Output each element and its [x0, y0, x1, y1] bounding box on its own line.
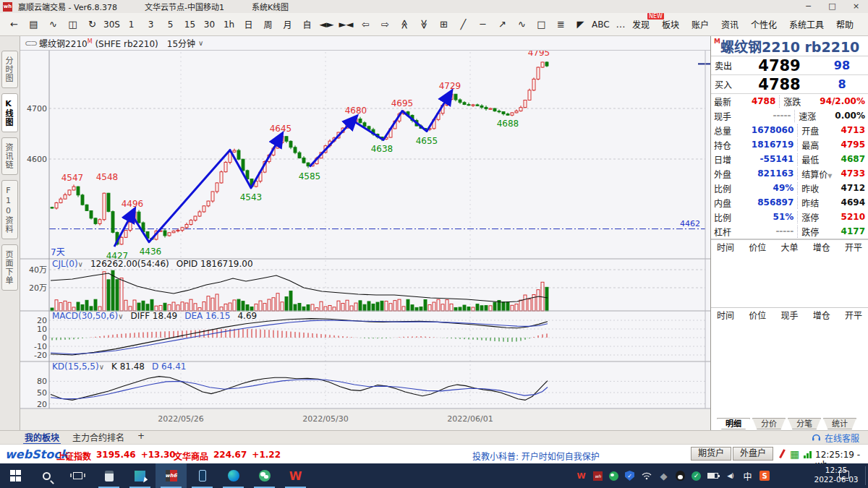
- polyline-tool-icon[interactable]: ∿: [512, 16, 532, 33]
- kd-dropdown-icon[interactable]: ∨: [99, 363, 104, 371]
- back-icon[interactable]: ←: [4, 16, 24, 33]
- show-desktop-button[interactable]: [865, 466, 868, 485]
- kd-indicator-name[interactable]: KD(15,5,5): [52, 361, 99, 372]
- quote-list-icon[interactable]: ▤: [24, 16, 43, 33]
- timeline-chart-icon[interactable]: ∿: [43, 16, 63, 33]
- expand-bars-icon[interactable]: ►◄: [336, 16, 356, 33]
- more-tools-icon[interactable]: …: [611, 16, 631, 33]
- close-button[interactable]: ×: [844, 0, 868, 13]
- arrow-line-tool-icon[interactable]: ↗: [493, 16, 512, 33]
- wechat-app[interactable]: [249, 463, 280, 488]
- panel-layout-icon[interactable]: ⊞: [434, 16, 454, 33]
- period-30s-button[interactable]: 30S: [102, 16, 122, 33]
- maximize-button[interactable]: □: [820, 0, 844, 13]
- kline-canvas[interactable]: 4700460040万20万20100-10-208050202022/05/2…: [20, 51, 710, 430]
- period-custom-button[interactable]: 自: [297, 16, 317, 33]
- menu-item-系统工具[interactable]: 系统工具: [789, 18, 824, 30]
- menu-item-板块[interactable]: 板块: [662, 18, 679, 30]
- abc-label-tool-button[interactable]: ABC: [590, 16, 611, 33]
- sidebar-tab-F10资料[interactable]: F10资料: [1, 180, 18, 239]
- wenhua-commodity-ticker[interactable]: 文华商品224.67+1.22: [174, 450, 281, 462]
- detail-tab-分价[interactable]: 分价: [752, 418, 786, 429]
- chart-symbol-label[interactable]: 螺纹钢2210M (SHFE rb2210): [39, 37, 158, 49]
- wh6-trading-app[interactable]: wh6: [156, 463, 187, 488]
- wps-office-app[interactable]: W: [280, 463, 311, 488]
- period-1min-button[interactable]: 1: [122, 16, 141, 33]
- trendline-tool-icon[interactable]: ╱: [454, 16, 473, 33]
- volume-dropdown-icon[interactable]: ∨: [78, 260, 83, 268]
- board-tab-我的板块[interactable]: 我的板块: [23, 431, 61, 445]
- notification-center-icon[interactable]: [839, 471, 849, 479]
- photos-app[interactable]: [124, 463, 156, 488]
- your-phone-app[interactable]: [187, 463, 218, 488]
- edge-browser[interactable]: [218, 463, 249, 488]
- volume-tray-icon[interactable]: ◀): [725, 471, 736, 481]
- page-right-icon[interactable]: ⇨: [375, 16, 395, 33]
- text-note-tool-icon[interactable]: ≣: [551, 16, 571, 33]
- page-left-icon[interactable]: ⇦: [356, 16, 375, 33]
- chart-period-label[interactable]: 15分钟: [167, 37, 195, 49]
- svg-text:4680: 4680: [345, 106, 367, 116]
- investor-education-notice[interactable]: 投教小科普: 开户时如何自我保护: [472, 450, 600, 462]
- candlestick-chart-icon[interactable]: ◫: [63, 16, 82, 33]
- detail-tab-分笔[interactable]: 分笔: [788, 418, 821, 429]
- period-5min-button[interactable]: 5: [161, 16, 180, 33]
- diamond-tray-icon[interactable]: ◆: [658, 471, 669, 481]
- period-month-button[interactable]: 月: [278, 16, 297, 33]
- security-shield-tray-icon[interactable]: ✓: [625, 471, 634, 481]
- online-service-link[interactable]: 在线客服: [812, 432, 859, 444]
- period-1h-button[interactable]: 1h: [219, 16, 239, 33]
- minimize-button[interactable]: ─: [796, 0, 820, 13]
- sidebar-tab-资讯链[interactable]: 资讯链: [1, 137, 18, 175]
- shanghai-index-ticker[interactable]: 上证指数3195.46+13.30: [56, 450, 176, 462]
- macd-indicator-name[interactable]: MACD(30,50,6): [52, 311, 118, 321]
- futures-account-button[interactable]: 期货户: [691, 447, 731, 461]
- qq-tray-icon[interactable]: [676, 471, 685, 481]
- board-tab-+[interactable]: +: [136, 431, 146, 445]
- menu-item-发现[interactable]: 发现NEW: [632, 18, 650, 30]
- ime-tray-icon[interactable]: 中: [742, 471, 753, 481]
- taskbar-clock[interactable]: 12:25 2022-06-03: [809, 466, 864, 484]
- period-3min-button[interactable]: 3: [141, 16, 161, 33]
- sidebar-tab-K线图[interactable]: K线图: [1, 93, 18, 132]
- sidebar-tab-页面下单[interactable]: 页面下单: [1, 244, 18, 291]
- calculator-app[interactable]: [93, 463, 124, 488]
- sogou-tray-icon[interactable]: S: [760, 471, 770, 481]
- rectangle-tool-icon[interactable]: □: [532, 16, 551, 33]
- sidebar-tab-分时图[interactable]: 分时图: [1, 51, 18, 88]
- wechat-tray-icon[interactable]: [609, 471, 618, 481]
- task-view-button[interactable]: [62, 463, 93, 488]
- wh6-tray-icon[interactable]: wh: [593, 471, 603, 481]
- horizontal-line-tool-icon[interactable]: ─: [473, 16, 493, 33]
- period-week-button[interactable]: 周: [258, 16, 278, 33]
- overseas-account-button[interactable]: 外盘户: [733, 447, 773, 461]
- menu-item-帮助[interactable]: 帮助: [836, 18, 854, 30]
- period-30min-button[interactable]: 30: [200, 16, 219, 33]
- volume-indicator-name[interactable]: CJL(0): [52, 259, 78, 269]
- board-tab-主力合约排名[interactable]: 主力合约排名: [71, 431, 126, 445]
- menu-item-资讯[interactable]: 资讯: [721, 18, 739, 30]
- battery-tray-icon[interactable]: [707, 473, 718, 479]
- period-day-button[interactable]: 日: [239, 16, 258, 33]
- period-dropdown-icon[interactable]: ∨: [198, 39, 203, 47]
- ask-row[interactable]: 卖出 4789 98: [711, 56, 868, 75]
- start-button[interactable]: [0, 463, 31, 488]
- menu-item-账户[interactable]: 账户: [692, 18, 709, 30]
- settlement-dropdown-icon[interactable]: ▼: [827, 173, 832, 179]
- compress-bars-icon[interactable]: ◄►: [317, 16, 336, 33]
- wifi-tray-icon[interactable]: [641, 471, 652, 481]
- flag-marker-tool-icon[interactable]: ◤: [571, 16, 590, 33]
- macd-dropdown-icon[interactable]: ∨: [118, 312, 123, 320]
- menu-item-个性化[interactable]: 个性化: [751, 18, 777, 30]
- detail-tab-明细[interactable]: 明细: [717, 418, 750, 429]
- bid-row[interactable]: 买入 4788 8: [711, 75, 868, 94]
- scroll-up-icon[interactable]: ≪: [395, 16, 414, 33]
- wps-tray-icon[interactable]: W: [576, 471, 587, 481]
- search-button[interactable]: [31, 463, 62, 488]
- refresh-icon[interactable]: ↻: [82, 16, 102, 33]
- link-icon[interactable]: ⊂⊃: [25, 38, 36, 48]
- scroll-down-icon[interactable]: ≫: [414, 16, 434, 33]
- health-check-tray-icon[interactable]: ✓: [692, 471, 701, 481]
- detail-tab-统计[interactable]: 统计: [823, 418, 856, 429]
- period-15min-button[interactable]: 15: [180, 16, 200, 33]
